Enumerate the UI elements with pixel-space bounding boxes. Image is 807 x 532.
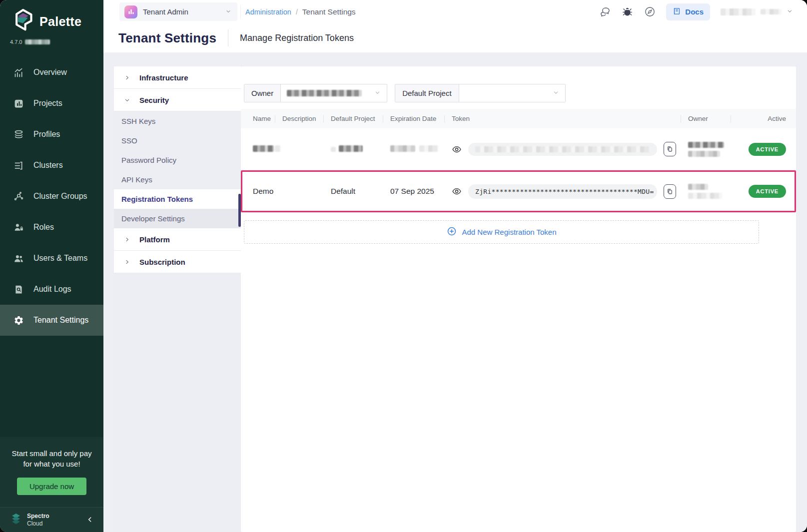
- nav-item-developer-settings[interactable]: Developer Settings: [114, 209, 241, 228]
- page-header: Tenant Settings Manage Registration Toke…: [103, 23, 807, 52]
- default-project-filter-label: Default Project: [395, 84, 459, 102]
- registration-tokens-card: Owner Default Project: [241, 66, 796, 532]
- bug-report-icon[interactable]: [621, 6, 633, 18]
- workspace-selector[interactable]: Tenant Admin: [119, 2, 237, 21]
- breadcrumb-separator: /: [296, 8, 298, 16]
- status-badge: ACTIVE: [749, 143, 786, 156]
- chevron-right-icon: [124, 237, 130, 242]
- status-badge: ACTIVE: [749, 185, 786, 198]
- owner-filter-select[interactable]: [281, 84, 387, 102]
- column-header-default-project: Default Project: [331, 115, 390, 122]
- copy-token-icon[interactable]: [664, 142, 676, 156]
- redacted-value: [721, 8, 756, 15]
- section-subscription[interactable]: Subscription: [114, 251, 241, 273]
- cluster-groups-network-icon: [13, 191, 24, 202]
- token-expiration-date: 07 Sep 2025: [390, 187, 452, 196]
- projects-icon: [13, 98, 24, 109]
- sidebar-item-tenant-settings[interactable]: Tenant Settings: [0, 305, 103, 336]
- table-row-demo[interactable]: Demo Default 07 Sep 2025 ZjRi***********…: [241, 170, 796, 212]
- redacted-value: [688, 151, 720, 157]
- breadcrumb-current: Tenant Settings: [302, 7, 356, 16]
- table-header: Name Description Default Project Expirat…: [241, 109, 796, 128]
- redacted-value: [275, 145, 281, 152]
- sidebar-item-roles[interactable]: Roles: [0, 212, 103, 243]
- token-default-project: Default: [331, 187, 390, 196]
- nav-item-registration-tokens[interactable]: Registration Tokens: [114, 189, 241, 209]
- topbar: Tenant Admin Administration / Tenant Set…: [103, 0, 807, 23]
- palette-logo-icon: [12, 8, 34, 34]
- nav-item-ssh-keys[interactable]: SSH Keys: [114, 111, 241, 131]
- user-menu[interactable]: [721, 7, 793, 16]
- show-token-eye-icon[interactable]: [452, 186, 462, 196]
- clusters-list-icon: [13, 160, 24, 171]
- docs-button[interactable]: Docs: [666, 3, 710, 20]
- audit-logs-icon: [13, 284, 24, 295]
- column-header-expiration-date: Expiration Date: [390, 115, 452, 122]
- divider: [240, 5, 241, 18]
- section-security[interactable]: Security: [114, 89, 241, 111]
- help-compass-icon[interactable]: [644, 6, 656, 18]
- sidebar-item-overview[interactable]: Overview: [0, 57, 103, 88]
- nav-item-sso[interactable]: SSO: [114, 131, 241, 150]
- show-token-eye-icon[interactable]: [452, 144, 462, 154]
- redacted-value: [331, 147, 336, 152]
- nav-item-api-keys[interactable]: API Keys: [114, 170, 241, 189]
- chevron-right-icon: [124, 75, 130, 80]
- collapse-sidebar-icon[interactable]: [86, 515, 93, 525]
- redacted-value: [253, 145, 274, 152]
- upgrade-now-button[interactable]: Upgrade now: [17, 478, 86, 495]
- redacted-value: [688, 142, 724, 148]
- chevron-down-icon: [553, 89, 559, 98]
- copy-token-icon[interactable]: [664, 184, 676, 199]
- sidebar-nav: Overview Projects Profiles Clusters Clus…: [0, 57, 103, 336]
- scrollbar-thumb[interactable]: [238, 194, 241, 227]
- chat-icon[interactable]: [599, 6, 611, 18]
- profiles-stack-icon: [13, 129, 24, 140]
- chevron-down-icon: [124, 97, 130, 103]
- redacted-value: [390, 145, 415, 152]
- sidebar-item-audit-logs[interactable]: Audit Logs: [0, 274, 103, 305]
- roles-user-lock-icon: [13, 222, 24, 233]
- redacted-value: [419, 145, 438, 152]
- content: Infrastructure Security SSH Keys SSO Pas…: [103, 52, 807, 532]
- owner-redacted: [688, 184, 738, 199]
- breadcrumb: Administration / Tenant Settings: [245, 7, 356, 16]
- owner-filter: Owner: [244, 84, 387, 102]
- add-registration-token-label: Add New Registration Token: [462, 228, 557, 236]
- brand-name: Palette: [39, 14, 81, 29]
- table-row[interactable]: ACTIVE: [241, 128, 796, 170]
- spectro-cloud-logo-icon: [9, 513, 22, 528]
- sidebar-item-cluster-groups[interactable]: Cluster Groups: [0, 181, 103, 212]
- app-window: Palette 4.7.0 Overview Projects Profiles…: [0, 0, 807, 532]
- divider: [228, 29, 228, 46]
- docs-label: Docs: [685, 7, 704, 16]
- chevron-down-icon: [787, 7, 793, 16]
- section-infrastructure[interactable]: Infrastructure: [114, 66, 241, 89]
- redacted-value: [339, 145, 363, 152]
- redacted-value: [287, 90, 362, 96]
- redacted-value: [688, 184, 708, 190]
- workspace-label: Tenant Admin: [143, 7, 188, 16]
- main-area: Tenant Admin Administration / Tenant Set…: [103, 0, 807, 532]
- sidebar-item-profiles[interactable]: Profiles: [0, 119, 103, 150]
- redacted-value: [761, 9, 782, 14]
- chevron-right-icon: [124, 259, 130, 265]
- section-platform[interactable]: Platform: [114, 228, 241, 251]
- breadcrumb-administration-link[interactable]: Administration: [245, 8, 291, 16]
- owner-filter-label: Owner: [244, 84, 281, 102]
- promo-line2: for what you use!: [8, 459, 95, 470]
- column-header-token: Token: [452, 115, 688, 122]
- settings-nav: Infrastructure Security SSH Keys SSO Pas…: [114, 66, 241, 532]
- page-subtitle: Manage Registration Tokens: [240, 33, 354, 43]
- sidebar-item-clusters[interactable]: Clusters: [0, 150, 103, 181]
- book-icon: [673, 7, 681, 17]
- nav-item-password-policy[interactable]: Password Policy: [114, 150, 241, 170]
- sidebar: Palette 4.7.0 Overview Projects Profiles…: [0, 0, 103, 532]
- column-header-name: Name: [253, 115, 282, 122]
- token-value-redacted: [468, 143, 657, 156]
- default-project-filter-select[interactable]: [459, 84, 565, 102]
- sidebar-footer: Spectro Cloud: [0, 507, 103, 532]
- sidebar-item-users-teams[interactable]: Users & Teams: [0, 243, 103, 274]
- sidebar-item-projects[interactable]: Projects: [0, 88, 103, 119]
- add-registration-token-button[interactable]: Add New Registration Token: [244, 220, 759, 244]
